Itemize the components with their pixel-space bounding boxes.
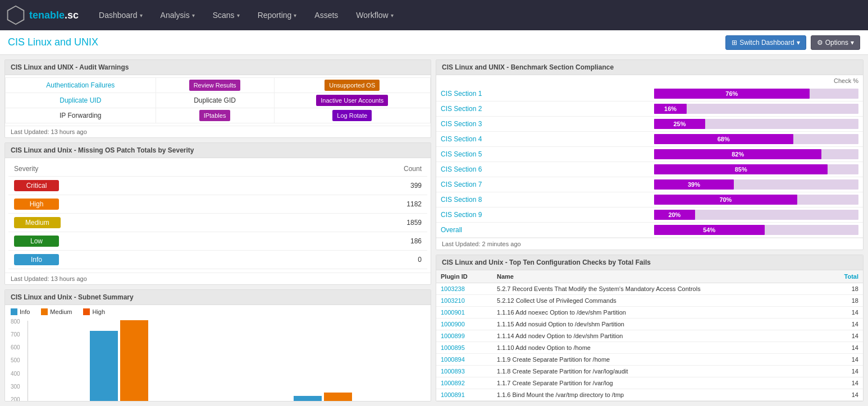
plugin-id[interactable]: 1000901: [436, 307, 492, 319]
audit-row-2: Duplicate UID Duplicate GID Inactive Use…: [6, 93, 431, 108]
check-total: 14: [826, 377, 863, 389]
logo[interactable]: tenable.sc: [6, 5, 79, 25]
severity-badge[interactable]: Low: [14, 236, 59, 247]
benchmark-row: CIS Section 7 39%: [436, 177, 863, 192]
benchmark-section-name[interactable]: CIS Section 9: [436, 207, 650, 223]
options-button[interactable]: ⚙ Options ▾: [811, 35, 860, 50]
bar[interactable]: [90, 331, 118, 402]
nav-reporting[interactable]: Reporting ▾: [249, 0, 306, 30]
benchmark-bar-container: 76%: [654, 89, 858, 99]
legend-color: [41, 308, 48, 315]
legend-item: Medium: [41, 308, 72, 315]
bar[interactable]: [120, 320, 148, 402]
audit-inactive-users[interactable]: Inactive User Accounts: [316, 95, 388, 106]
severity-badge[interactable]: Info: [14, 254, 59, 265]
check-name: 1.1.10 Add nodev Option to /home: [492, 342, 826, 354]
benchmark-bar-container: 68%: [654, 134, 858, 144]
bar[interactable]: [324, 393, 352, 402]
benchmark-section-name[interactable]: CIS Section 7: [436, 177, 650, 192]
benchmark-section-name[interactable]: CIS Section 3: [436, 117, 650, 132]
severity-badge-cell: High: [8, 195, 260, 214]
check-name: 1.1.16 Add noexec Option to /dev/shm Par…: [492, 307, 826, 319]
top-navigation: tenable.sc Dashboard ▾ Analysis ▾ Scans …: [0, 0, 868, 30]
benchmark-bar-container: 70%: [654, 195, 858, 205]
legend-color: [11, 308, 17, 315]
benchmark-section-name[interactable]: Overall: [436, 223, 650, 238]
bar[interactable]: [294, 396, 322, 402]
audit-review-results[interactable]: Review Results: [189, 80, 241, 91]
check-name: 1.1.7 Create Separate Partition for /var…: [492, 377, 826, 389]
chevron-down-icon: ▾: [797, 39, 800, 47]
legend-label: Info: [20, 308, 30, 315]
benchmark-bar-cell: 54%: [650, 223, 863, 238]
subheader-actions: ⊞ Switch Dashboard ▾ ⚙ Options ▾: [725, 35, 860, 50]
severity-badge[interactable]: Medium: [14, 217, 61, 228]
check-total: 14: [826, 389, 863, 401]
config-checks-widget: CIS Linux and Unix - Top Ten Configurati…: [436, 255, 864, 402]
audit-log-rotate[interactable]: Log Rotate: [332, 110, 372, 121]
check-total: 18: [826, 283, 863, 295]
page-title: CIS Linux and UNIX: [8, 36, 98, 48]
switch-dashboard-button[interactable]: ⊞ Switch Dashboard ▾: [725, 35, 806, 50]
nav-dashboard[interactable]: Dashboard ▾: [90, 0, 152, 30]
plugin-id[interactable]: 1000900: [436, 319, 492, 330]
nav-analysis[interactable]: Analysis ▾: [152, 0, 204, 30]
benchmark-row: CIS Section 8 70%: [436, 192, 863, 207]
benchmark-bar-container: 16%: [654, 104, 858, 114]
benchmark-section-name[interactable]: CIS Section 5: [436, 147, 650, 162]
benchmark-bar-container: 85%: [654, 164, 858, 174]
check-total: 14: [826, 307, 863, 319]
chart-legend: InfoMediumHigh: [5, 305, 431, 319]
config-table-header: Plugin ID Name Total: [436, 270, 863, 283]
check-name: 1.1.6 Bind Mount the /var/tmp directory …: [492, 389, 826, 401]
config-table-row: 1000901 1.1.16 Add noexec Option to /dev…: [436, 307, 863, 319]
legend-color: [83, 308, 90, 315]
subnet-summary-widget: CIS Linux and Unix - Subnet Summary Info…: [4, 289, 431, 402]
severity-badge[interactable]: High: [14, 199, 59, 210]
check-name: 5.2.7 Record Events That Modify the Syst…: [492, 283, 826, 295]
benchmark-title: CIS Linux and UNIX - Benchmark Section C…: [436, 60, 863, 75]
nav-assets[interactable]: Assets: [305, 0, 347, 30]
benchmark-section-name[interactable]: CIS Section 4: [436, 132, 650, 147]
plugin-id[interactable]: 1000895: [436, 342, 492, 354]
audit-auth-failures[interactable]: Authentication Failures: [46, 81, 115, 89]
benchmark-section-name[interactable]: CIS Section 6: [436, 162, 650, 177]
benchmark-section-name[interactable]: CIS Section 8: [436, 192, 650, 207]
check-name: 1.1.9 Create Separate Partition for /hom…: [492, 354, 826, 366]
legend-item: Info: [11, 308, 30, 315]
benchmark-section-name[interactable]: CIS Section 1: [436, 86, 650, 101]
benchmark-bar-fill: 39%: [654, 179, 734, 190]
severity-row: Critical 399: [8, 177, 427, 195]
severity-badge[interactable]: Critical: [14, 180, 59, 191]
y-axis-label: 800: [11, 319, 20, 325]
benchmark-section-name[interactable]: CIS Section 2: [436, 101, 650, 117]
severity-badge-cell: Low: [8, 232, 260, 251]
nav-workflow[interactable]: Workflow ▾: [347, 0, 402, 30]
nav-scans[interactable]: Scans ▾: [204, 0, 249, 30]
severity-badge-cell: Info: [8, 251, 260, 269]
svg-marker-0: [8, 6, 24, 24]
plugin-id[interactable]: 1000892: [436, 377, 492, 389]
audit-warnings-footer: Last Updated: 13 hours ago: [5, 126, 431, 137]
legend-item: High: [83, 308, 105, 315]
check-total: 14: [826, 330, 863, 342]
severity-row: High 1182: [8, 195, 427, 214]
audit-duplicate-gid: Duplicate GID: [194, 96, 236, 104]
plugin-id[interactable]: 1003238: [436, 283, 492, 295]
audit-duplicate-uid[interactable]: Duplicate UID: [60, 96, 101, 104]
audit-unsupported-os[interactable]: Unsupported OS: [325, 80, 380, 91]
plugin-id[interactable]: 1000894: [436, 354, 492, 366]
plugin-id-header: Plugin ID: [436, 270, 492, 283]
plugin-id[interactable]: 1000891: [436, 389, 492, 401]
benchmark-bar-container: 54%: [654, 225, 858, 235]
chevron-down-icon: ▾: [140, 12, 143, 19]
config-table-row: 1000891 1.1.6 Bind Mount the /var/tmp di…: [436, 389, 863, 401]
total-header: Total: [826, 270, 863, 283]
plugin-id[interactable]: 1000899: [436, 330, 492, 342]
subheader: CIS Linux and UNIX ⊞ Switch Dashboard ▾ …: [0, 30, 868, 55]
plugin-id[interactable]: 1000893: [436, 366, 492, 377]
check-pct-header: Check %: [650, 75, 863, 86]
audit-iptables[interactable]: IPtables: [199, 110, 231, 121]
benchmark-bar-container: 82%: [654, 149, 858, 159]
plugin-id[interactable]: 1003210: [436, 295, 492, 307]
